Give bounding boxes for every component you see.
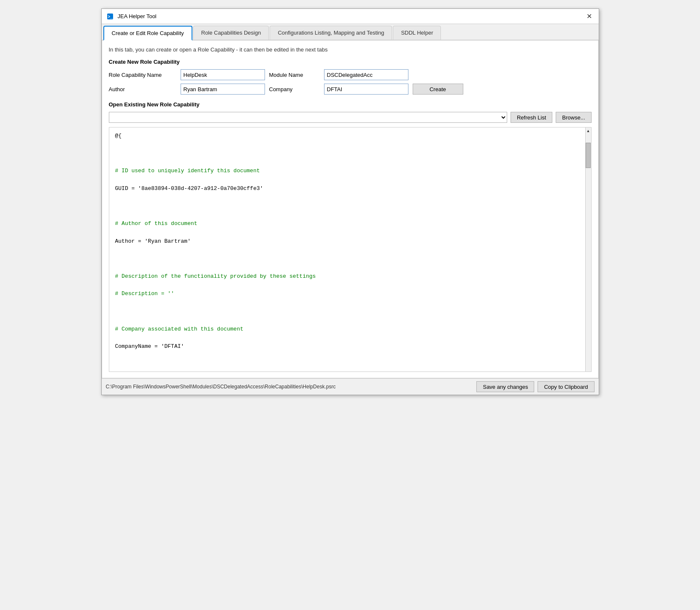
open-section-title: Open Existing New Role Capability [109, 101, 592, 108]
scrollbar[interactable]: ▲ [585, 127, 591, 371]
scrollbar-thumb[interactable] [586, 143, 591, 168]
open-row: Refresh List Browse... [109, 112, 592, 123]
create-button[interactable]: Create [413, 84, 463, 95]
role-capability-name-input[interactable] [181, 69, 265, 80]
role-capability-name-label: Role Capability Name [109, 72, 176, 78]
code-area-wrapper: @{ # ID used to uniquely identify this d… [109, 127, 592, 372]
tab-configurations[interactable]: Configurations Listing, Mapping and Test… [270, 26, 392, 40]
intro-text: In this tab, you can create or open a Ro… [109, 46, 592, 53]
create-section: Create New Role Capability Role Capabili… [109, 59, 592, 95]
tab-bar: Create or Edit Role Capability Role Capa… [102, 24, 599, 41]
existing-capability-dropdown[interactable] [109, 112, 507, 123]
tab-sddl[interactable]: SDDL Helper [393, 26, 441, 40]
footer-buttons: Save any changes Copy to Clipboard [476, 381, 594, 392]
close-button[interactable]: ✕ [584, 11, 595, 22]
copy-clipboard-button[interactable]: Copy to Clipboard [538, 381, 594, 392]
module-name-input[interactable] [324, 69, 408, 80]
main-window: >_ JEA Helper Tool ✕ Create or Edit Role… [101, 8, 599, 395]
tab-content: In this tab, you can create or open a Ro… [102, 41, 599, 378]
code-display: @{ # ID used to uniquely identify this d… [109, 127, 585, 371]
app-icon: >_ [106, 12, 114, 21]
title-bar: >_ JEA Helper Tool ✕ [102, 9, 599, 24]
tab-create-edit[interactable]: Create or Edit Role Capability [103, 26, 192, 41]
window-title: JEA Helper Tool [118, 13, 157, 19]
open-section: Open Existing New Role Capability Refres… [109, 101, 592, 123]
title-bar-left: >_ JEA Helper Tool [106, 12, 157, 21]
company-label: Company [269, 86, 320, 92]
save-changes-button[interactable]: Save any changes [476, 381, 534, 392]
company-input[interactable] [324, 84, 408, 95]
create-section-title: Create New Role Capability [109, 59, 592, 65]
author-input[interactable] [181, 84, 265, 95]
scroll-up-arrow[interactable]: ▲ [585, 127, 591, 134]
footer-bar: C:\Program Files\WindowsPowerShell\Modul… [102, 378, 599, 395]
tab-role-design[interactable]: Role Capabilities Design [193, 26, 269, 40]
author-label: Author [109, 86, 176, 92]
svg-text:>_: >_ [108, 14, 113, 19]
create-form: Role Capability Name Module Name Author … [109, 69, 592, 95]
file-path: C:\Program Files\WindowsPowerShell\Modul… [106, 384, 477, 390]
browse-button[interactable]: Browse... [556, 112, 591, 123]
refresh-list-button[interactable]: Refresh List [511, 112, 552, 123]
module-name-label: Module Name [269, 72, 320, 78]
